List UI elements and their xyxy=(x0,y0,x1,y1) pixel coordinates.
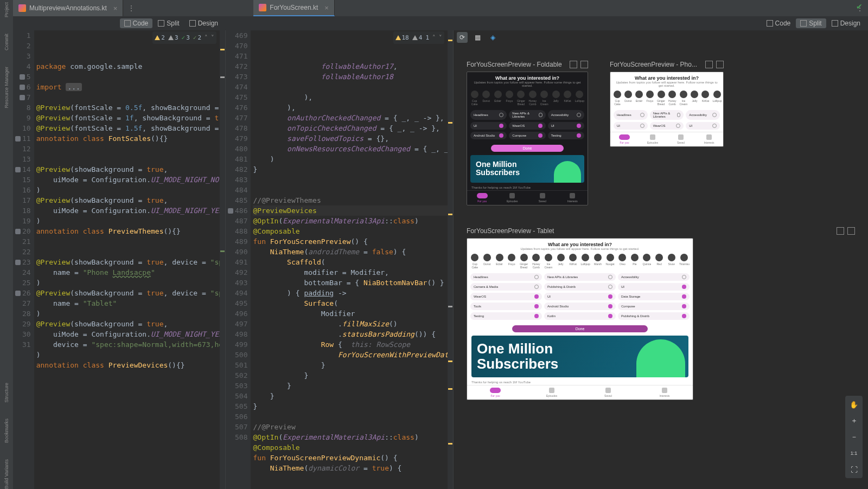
code-line[interactable]: //@Preview xyxy=(253,422,448,432)
code-line[interactable]: uiMode = Configuration.UI_MODE_NIGHT_NO … xyxy=(36,175,220,185)
code-line[interactable] xyxy=(36,236,220,247)
code-line[interactable]: ) xyxy=(36,216,220,226)
tool-commit[interactable]: Commit xyxy=(4,34,9,50)
code-line[interactable]: ) xyxy=(36,185,220,195)
gutter-run-icon[interactable] xyxy=(15,291,21,296)
gutter-run-icon[interactable] xyxy=(15,167,21,172)
code-line[interactable]: import ... xyxy=(36,82,220,92)
code-line[interactable]: } xyxy=(253,381,448,391)
code-line[interactable]: .statusBarsPadding()) { xyxy=(253,329,448,339)
code-line[interactable]: fun ForYouScreenPreview() { xyxy=(253,236,448,247)
code-line[interactable]: follwableAuthor17, xyxy=(253,61,448,72)
tab-foryouscreen[interactable]: ForYouScreen.kt × xyxy=(253,0,335,16)
mode-split[interactable]: Split xyxy=(796,18,826,28)
code-line[interactable]: @PreviewDevices xyxy=(253,205,448,216)
mode-split[interactable]: Split xyxy=(154,18,183,28)
code-line[interactable]: device = "spec:shape=Normal,width=673,he… xyxy=(36,339,220,350)
code-line[interactable]: } xyxy=(253,360,448,370)
interactive-icon[interactable] xyxy=(837,227,844,235)
code-line[interactable]: Scaffold( xyxy=(253,257,448,267)
code-line[interactable]: @Preview(fontScale = 1f, showBackground … xyxy=(36,113,220,123)
tab-overflow-left[interactable]: ⋮ xyxy=(123,0,139,16)
preview-phone[interactable]: ForYouScreenPreview - Pho... What are yo… xyxy=(610,61,724,205)
tool-project[interactable]: Project xyxy=(4,2,9,17)
tool-build-variants[interactable]: Build Variants xyxy=(4,459,9,489)
code-line[interactable]: annotation class PreviewDevices(){} xyxy=(36,360,220,370)
code-line[interactable]: @Preview(showBackground = true, device =… xyxy=(36,257,220,267)
code-line[interactable]: @Composable xyxy=(253,442,448,453)
code-line[interactable]: } xyxy=(253,370,448,381)
device-icon[interactable] xyxy=(716,61,724,68)
code-line[interactable]: .fillMaxSize() xyxy=(253,319,448,329)
chevron-down-icon[interactable]: ˅ xyxy=(211,33,214,43)
code-line[interactable]: ) xyxy=(253,154,448,164)
code-line[interactable]: @Composable xyxy=(253,226,448,236)
code-line[interactable] xyxy=(36,72,220,82)
code-line[interactable]: modifier = Modifier, xyxy=(253,267,448,278)
code-line[interactable] xyxy=(253,175,448,185)
editor-left[interactable]: 1234567891011121314151617181920212223242… xyxy=(13,30,226,489)
code-line[interactable]: @OptIn(ExperimentalMaterial3Api::class) xyxy=(253,216,448,226)
code-line[interactable]: ), xyxy=(253,92,448,102)
inspections-left[interactable]: 2 3 ✓3 ✓2 ˄ ˅ xyxy=(152,31,216,44)
editor-right[interactable]: 4694704714724734744754764774784794804814… xyxy=(226,30,454,489)
mode-design[interactable]: Design xyxy=(827,18,865,28)
close-icon[interactable]: × xyxy=(324,4,329,12)
code-line[interactable] xyxy=(36,144,220,154)
zoom-in-button[interactable]: ＋ xyxy=(847,414,860,427)
chevron-up-icon[interactable]: ˄ xyxy=(205,33,208,43)
preview-layers-button[interactable]: ◈ xyxy=(487,32,498,43)
code-line[interactable] xyxy=(36,154,220,164)
code-line[interactable]: annotation class PreviewThemes(){} xyxy=(36,226,220,236)
code-line[interactable] xyxy=(36,370,220,381)
gutter-run-icon[interactable] xyxy=(20,74,25,80)
code-line[interactable]: fun ForYouScreenPreviewDynamic() { xyxy=(253,453,448,463)
code-line[interactable]: @Preview(fontScale = 1.5f, showBackgroun… xyxy=(36,123,220,133)
device-icon[interactable] xyxy=(580,61,588,68)
code-line[interactable]: uiMode = Configuration.UI_MODE_NIGHT_YES… xyxy=(36,329,220,339)
code-line[interactable]: NiaTheme(androidTheme = false) { xyxy=(253,247,448,257)
code-line[interactable]: Row { this: RowScope xyxy=(253,339,448,350)
code-line[interactable]: annotation class FontScales(){} xyxy=(36,133,220,144)
pan-button[interactable]: ✋ xyxy=(847,398,860,411)
inspections-right[interactable]: 18 4 1 ˄ ˅ xyxy=(393,31,445,44)
code-line[interactable] xyxy=(36,247,220,257)
zoom-out-button[interactable]: － xyxy=(847,430,860,443)
code-line[interactable]: ) { padding -> xyxy=(253,288,448,298)
interactive-icon[interactable] xyxy=(570,61,577,68)
code-line[interactable]: ) xyxy=(36,350,220,360)
gutter-run-icon[interactable] xyxy=(15,136,21,141)
code-line[interactable]: @Preview(fontScale = 0.5f, showBackgroun… xyxy=(36,102,220,113)
code-line[interactable]: NiaTheme(dynamicColor = true) { xyxy=(253,463,448,473)
code-line[interactable]: @Preview(showBackground = true, xyxy=(36,319,220,329)
code-line[interactable]: @Preview(showBackground = true, xyxy=(36,164,220,175)
code-line[interactable]: name = "Tablet" xyxy=(36,298,220,308)
code-line[interactable] xyxy=(253,82,448,92)
preview-tablet[interactable]: ForYouScreenPreview - Tablet What are yo… xyxy=(467,227,855,400)
zoom-fit-button[interactable]: ⛶ xyxy=(847,463,860,476)
code-line[interactable]: @Preview(showBackground = true, xyxy=(36,195,220,205)
code-line[interactable]: @Preview(showBackground = true, device =… xyxy=(36,288,220,298)
chevron-up-icon[interactable]: ˄ xyxy=(432,33,436,43)
code-line[interactable]: follwableAuthor18 xyxy=(253,72,448,82)
code-line[interactable]: } xyxy=(253,401,448,411)
code-line[interactable]: name = "Phone Landsacpe" xyxy=(36,267,220,278)
interactive-icon[interactable] xyxy=(705,61,713,68)
tab-multipreview[interactable]: MultipreviewAnnotations.kt × xyxy=(13,0,123,16)
code-line[interactable]: uiMode = Configuration.UI_MODE_NIGHT_YES… xyxy=(36,205,220,216)
preview-foldable[interactable]: ForYouScreenPreview - Foldable What are … xyxy=(467,61,588,205)
code-line[interactable]: onTopicCheckedChanged = { _, _ -> }, xyxy=(253,123,448,133)
code-line[interactable]: saveFollowedTopics = {}, xyxy=(253,133,448,144)
gutter-run-icon[interactable] xyxy=(228,208,233,214)
preview-layout-button[interactable]: ▦ xyxy=(472,32,483,43)
mode-code[interactable]: Code xyxy=(120,18,153,28)
tool-structure[interactable]: Structure xyxy=(4,383,9,403)
code-line[interactable]: bottomBar = { NiaBottomNavBar() } xyxy=(253,278,448,288)
code-line[interactable]: onNewsResourcesCheckedChanged = { _, _ -… xyxy=(253,144,448,154)
mode-code[interactable]: Code xyxy=(762,18,795,28)
code-line[interactable]: package com.google.sample xyxy=(36,61,220,72)
code-line[interactable] xyxy=(253,185,448,195)
code-line[interactable]: } xyxy=(253,164,448,175)
gutter-run-icon[interactable] xyxy=(15,260,21,265)
device-icon[interactable] xyxy=(847,227,855,235)
